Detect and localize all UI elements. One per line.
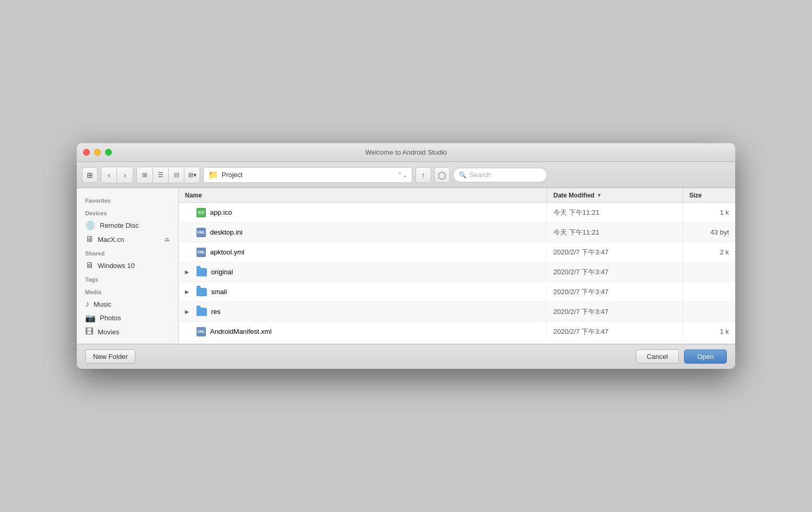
table-row[interactable]: XMLAndroidManifest.xml2020/2/7 下午3:471 k [179, 322, 735, 342]
table-row[interactable]: XMLdesktop.ini今天 下午11:2143 byt [179, 223, 735, 242]
table-row[interactable]: ▶original2020/2/7 下午3:47 [179, 262, 735, 282]
dialog-window: Welcome to Android Studio ⊞ ‹ › ⊞ ☰ ⊟ [77, 143, 735, 369]
remote-disc-icon: 💿 [85, 220, 96, 230]
shared-section-label: Shared [77, 246, 178, 259]
file-date-col: 2020/2/7 下午3:47 [547, 242, 683, 262]
sidebar-toggle-button[interactable]: ⊞ [82, 167, 98, 183]
file-name-col: XMLAndroidManifest.xml [179, 322, 547, 341]
file-name-text: original [211, 268, 233, 276]
gallery-view-button[interactable]: ⊞▾ [184, 167, 200, 183]
media-section-label: Media [77, 285, 178, 297]
col-header-size[interactable]: Size [683, 188, 735, 202]
share-button[interactable]: ↑ [415, 167, 431, 183]
file-name-text: app.ico [210, 208, 232, 216]
view-buttons: ⊞ ☰ ⊟ ⊞▾ [136, 167, 200, 183]
open-button[interactable]: Open [684, 350, 727, 364]
new-folder-button[interactable]: New Folder [85, 350, 135, 364]
macx-label: MacX.cn [98, 236, 124, 243]
expand-icon[interactable]: ▶ [185, 309, 192, 315]
minimize-button[interactable] [94, 149, 101, 156]
cancel-button[interactable]: Cancel [636, 350, 679, 364]
file-name-col: ▶original [179, 262, 547, 282]
favorites-section-label: Favorites [77, 193, 178, 206]
column-view-button[interactable]: ⊟ [168, 167, 184, 183]
file-date-col: 2020/2/7 下午3:47 [547, 302, 683, 321]
table-row[interactable]: ▶res2020/2/7 下午3:47 [179, 302, 735, 322]
file-name-col: XMLapktool.yml [179, 242, 547, 262]
close-button[interactable] [83, 149, 90, 156]
file-date-col: 2020/2/7 下午3:47 [547, 282, 683, 301]
file-date-col: 2020/2/7 下午3:47 [547, 262, 683, 282]
file-date-col: 2020/2/7 下午3:47 [547, 322, 683, 341]
file-size-col: 1 k [683, 203, 735, 222]
toolbar: ⊞ ‹ › ⊞ ☰ ⊟ ⊞▾ [77, 162, 735, 188]
eject-icon[interactable]: ⏏ [164, 236, 170, 243]
music-label: Music [94, 300, 111, 308]
sidebar-item-movies[interactable]: 🎞 Movies [77, 325, 178, 339]
share-icon: ↑ [422, 171, 425, 179]
forward-icon: › [124, 171, 126, 179]
sidebar-item-macx[interactable]: 🖥 MacX.cn ⏏ [77, 232, 178, 246]
action-buttons: ↑ ◯ [415, 167, 450, 183]
file-name-col: ▶smali [179, 282, 547, 301]
col-header-name[interactable]: Name [179, 188, 547, 202]
tags-section-label: Tags [77, 272, 178, 285]
icon-view-button[interactable]: ⊞ [137, 167, 153, 183]
photos-icon: 📷 [85, 313, 96, 323]
expand-icon[interactable]: ▶ [185, 269, 192, 275]
tag-button[interactable]: ◯ [434, 167, 450, 183]
table-row[interactable]: XMLapktool.yml2020/2/7 下午3:472 k [179, 242, 735, 262]
file-name-text: apktool.yml [210, 248, 245, 256]
main-content: Favorites Devices 💿 Remote Disc 🖥 MacX.c… [77, 188, 735, 344]
location-bar[interactable]: 📁 Project ⌃⌄ [203, 167, 412, 183]
file-date-col: 今天 下午11:21 [547, 203, 683, 222]
sidebar-item-music[interactable]: ♪ Music [77, 297, 178, 311]
xml-file-icon: XML [196, 228, 206, 237]
forward-button[interactable]: › [117, 167, 133, 183]
table-row[interactable]: ▶smali2020/2/7 下午3:47 [179, 282, 735, 302]
maximize-button[interactable] [105, 149, 112, 156]
devices-section-label: Devices [77, 206, 178, 218]
windows10-label: Windows 10 [98, 262, 135, 270]
file-name-col: ICOapp.ico [179, 203, 547, 222]
file-area: Name Date Modified ▼ Size ICOapp.ico今天 下… [179, 188, 735, 344]
col-header-date[interactable]: Date Modified ▼ [547, 188, 683, 202]
movies-label: Movies [98, 328, 119, 336]
back-button[interactable]: ‹ [101, 167, 117, 183]
macx-icon: 🖥 [85, 235, 94, 244]
xml-file-icon: XML [196, 248, 206, 257]
tag-icon: ◯ [438, 171, 446, 179]
file-name-text: desktop.ini [210, 228, 242, 236]
sidebar-item-remote-disc[interactable]: 💿 Remote Disc [77, 218, 178, 232]
sidebar-item-windows10[interactable]: 🖥 Windows 10 [77, 259, 178, 272]
file-size-col: 1 k [683, 322, 735, 341]
folder-icon [196, 308, 207, 316]
file-name-text: smali [211, 288, 227, 296]
search-bar[interactable]: 🔍 Search [453, 168, 547, 182]
column-view-icon: ⊟ [174, 171, 179, 179]
window-title: Welcome to Android Studio [365, 148, 447, 156]
file-list-header: Name Date Modified ▼ Size [179, 188, 735, 203]
icon-view-icon: ⊞ [142, 171, 147, 179]
back-icon: ‹ [108, 171, 110, 179]
bottom-bar: New Folder Cancel Open [77, 344, 735, 369]
file-date-col: 今天 下午11:21 [547, 223, 683, 242]
remote-disc-label: Remote Disc [100, 222, 138, 229]
table-row[interactable]: ICOapp.ico今天 下午11:211 k [179, 203, 735, 223]
file-size-col: 2 k [683, 242, 735, 262]
nav-buttons: ‹ › [101, 167, 133, 183]
file-name-text: AndroidManifest.xml [210, 328, 272, 335]
movies-icon: 🎞 [85, 327, 94, 336]
xml-file-icon: XML [196, 327, 206, 336]
traffic-lights [83, 149, 112, 156]
list-view-button[interactable]: ☰ [153, 167, 168, 183]
sidebar: Favorites Devices 💿 Remote Disc 🖥 MacX.c… [77, 188, 179, 344]
folder-icon [196, 288, 207, 296]
sort-arrow-icon: ▼ [597, 192, 602, 198]
file-name-col: ▶res [179, 302, 547, 321]
expand-icon[interactable]: ▶ [185, 289, 192, 295]
location-arrow-icon: ⌃⌄ [397, 171, 408, 179]
sidebar-item-photos[interactable]: 📷 Photos [77, 311, 178, 325]
folder-icon [196, 268, 207, 276]
location-folder-icon: 📁 [208, 170, 218, 180]
